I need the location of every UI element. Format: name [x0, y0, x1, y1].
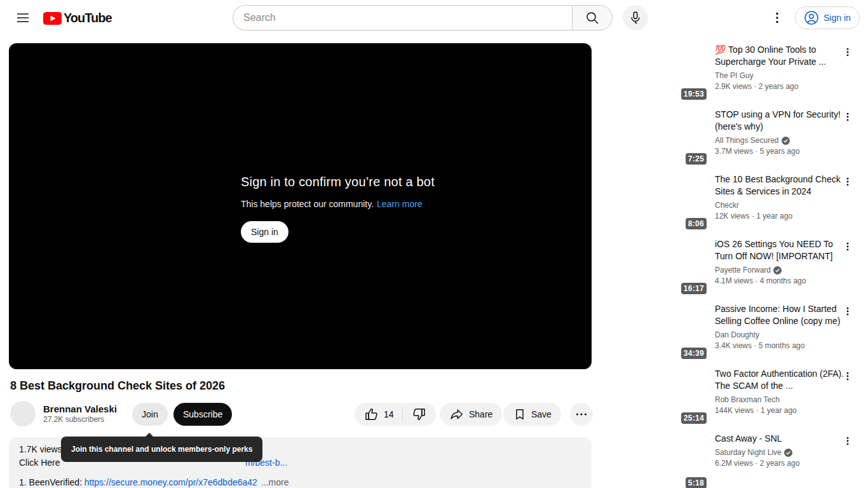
description-line3: 1. BeenVerified: https://secure.money.co…	[19, 477, 288, 487]
dislike-button[interactable]	[403, 403, 436, 426]
related-channel-name[interactable]: The PI Guy	[715, 71, 754, 80]
beenverified-link[interactable]: https://secure.money.com/pr/x7e6dbde6a42	[85, 477, 257, 487]
verified-badge-icon	[782, 137, 790, 145]
thumbs-up-icon	[364, 407, 379, 422]
bookmark-icon	[513, 407, 527, 421]
related-video-item[interactable]: 16:17 iOS 26 Settings You NEED To Turn O…	[604, 238, 859, 297]
related-video-meta: 12K views · 1 year ago	[715, 212, 846, 220]
like-button[interactable]: 14	[355, 403, 402, 426]
duration-badge: 34:39	[681, 348, 707, 359]
video-thumbnail[interactable]: 8:06	[604, 173, 710, 233]
video-title: 8 Best Background Check Sites of 2026	[10, 379, 225, 393]
show-more-link[interactable]: ...more	[261, 477, 289, 487]
related-channel-name[interactable]: Dan Doughty	[715, 330, 759, 339]
channel-row: Brennan Valeski 27.2K subscribers	[10, 401, 125, 426]
more-actions-button[interactable]	[570, 403, 593, 426]
voice-search-button[interactable]	[623, 5, 648, 30]
related-video-title[interactable]: The 10 Best Background Check Sites & Ser…	[715, 173, 846, 198]
related-video-item[interactable]: 8:06 The 10 Best Background Check Sites …	[604, 173, 859, 233]
channel-avatar[interactable]	[10, 401, 36, 426]
video-thumbnail[interactable]: 19:53	[604, 43, 710, 103]
ellipsis-icon	[574, 407, 589, 422]
kebab-menu-icon	[770, 10, 785, 25]
tooltip-text: Join this channel and unlock members-onl…	[71, 445, 252, 454]
duration-badge: 8:06	[686, 218, 707, 229]
thumbs-down-icon	[411, 407, 426, 422]
related-video-menu-button[interactable]	[840, 304, 855, 319]
related-video-menu-button[interactable]	[840, 44, 855, 60]
hamburger-menu-button[interactable]	[10, 5, 36, 30]
related-video-title[interactable]: STOP using a VPN for Security! (here's w…	[715, 109, 846, 133]
person-icon	[804, 10, 819, 25]
related-video-menu-button[interactable]	[840, 239, 855, 254]
channel-name[interactable]: Brennan Valeski	[43, 403, 125, 414]
learn-more-link[interactable]: Learn more	[377, 199, 423, 209]
share-button[interactable]: Share	[440, 403, 502, 426]
related-video-title[interactable]: Passive Income: How I Started Selling Co…	[715, 303, 846, 327]
signin-button-header[interactable]: Sign in	[795, 6, 860, 29]
join-button[interactable]: Join	[132, 403, 168, 426]
related-video-menu-button[interactable]	[840, 369, 855, 384]
related-video-menu-button[interactable]	[840, 433, 855, 449]
like-count: 14	[384, 409, 394, 419]
save-button[interactable]: Save	[503, 403, 561, 426]
share-icon	[449, 407, 465, 422]
video-thumbnail[interactable]: 34:39	[604, 302, 710, 362]
related-video-title[interactable]: 💯 Top 30 Online Tools to Supercharge You…	[715, 44, 846, 68]
top-navigation-bar: YouTube Sign in	[0, 0, 868, 36]
video-thumbnail[interactable]: 16:17	[604, 238, 710, 297]
related-video-item[interactable]: 19:53 💯 Top 30 Online Tools to Superchar…	[604, 43, 859, 103]
youtube-logo[interactable]: YouTube	[43, 11, 112, 25]
related-video-title[interactable]: Two Factor Authentication (2FA). The SCA…	[715, 368, 846, 392]
search-icon	[585, 10, 600, 25]
kebab-menu-icon	[842, 46, 853, 58]
like-dislike-group: 14	[355, 403, 436, 426]
search-box[interactable]	[233, 5, 572, 30]
related-video-title[interactable]: iOS 26 Settings You NEED To Turn Off NOW…	[715, 238, 846, 262]
related-channel-name[interactable]: Saturday Night Live	[715, 448, 782, 457]
related-video-meta: 2.9K views · 2 years ago	[715, 82, 846, 91]
description-line3-prefix: 1. BeenVerified:	[19, 477, 82, 487]
subscribe-button[interactable]: Subscribe	[173, 403, 232, 426]
signin-label: Sign in	[824, 13, 851, 23]
microphone-icon	[628, 10, 643, 25]
related-video-item[interactable]: 5:18 Cast Away - SNL Saturday Night Live…	[604, 432, 859, 488]
related-video-meta: 4.1M views · 4 months ago	[715, 276, 846, 285]
kebab-menu-icon	[842, 435, 853, 447]
player-message-subtitle: This helps protect our community.	[241, 199, 374, 209]
related-channel-name[interactable]: Rob Braxman Tech	[715, 395, 780, 404]
related-channel-name[interactable]: Payette Forward	[715, 266, 771, 274]
video-thumbnail[interactable]: 5:18	[604, 432, 710, 488]
tooltip-caret	[145, 433, 154, 437]
related-video-title[interactable]: Cast Away - SNL	[715, 433, 846, 445]
player-bot-check-message: Sign in to confirm you’re not a bot This…	[241, 175, 435, 243]
video-player[interactable]: Sign in to confirm you’re not a bot This…	[9, 43, 592, 369]
settings-kebab-button[interactable]	[764, 5, 790, 30]
hamburger-icon	[17, 13, 29, 23]
youtube-wordmark: YouTube	[64, 11, 112, 25]
related-video-meta: 3.7M views · 5 years ago	[715, 147, 846, 156]
verified-badge-icon	[773, 266, 782, 274]
video-thumbnail[interactable]: 25:14	[604, 367, 710, 427]
kebab-menu-icon	[842, 306, 853, 317]
duration-badge: 19:53	[681, 88, 707, 100]
duration-badge: 25:14	[681, 412, 707, 424]
related-video-item[interactable]: 34:39 Passive Income: How I Started Sell…	[604, 302, 859, 362]
related-video-item[interactable]: 25:14 Two Factor Authentication (2FA). T…	[604, 367, 859, 427]
player-message-title: Sign in to confirm you’re not a bot	[241, 175, 435, 189]
join-tooltip: Join this channel and unlock members-onl…	[61, 437, 262, 462]
search-area	[233, 5, 613, 30]
search-button[interactable]	[572, 5, 613, 30]
player-signin-button[interactable]: Sign in	[241, 221, 288, 243]
search-input[interactable]	[243, 12, 562, 24]
duration-badge: 7:25	[686, 153, 707, 165]
related-channel-name[interactable]: Checkr	[715, 201, 739, 210]
description-line2: Click Here	[19, 458, 60, 468]
video-thumbnail[interactable]: 7:25	[604, 108, 710, 168]
related-video-menu-button[interactable]	[840, 174, 855, 189]
related-video-item[interactable]: 7:25 STOP using a VPN for Security! (her…	[604, 108, 859, 168]
share-label: Share	[469, 409, 492, 419]
related-channel-name[interactable]: All Things Secured	[715, 136, 779, 145]
related-video-menu-button[interactable]	[840, 109, 855, 125]
save-label: Save	[531, 409, 552, 419]
